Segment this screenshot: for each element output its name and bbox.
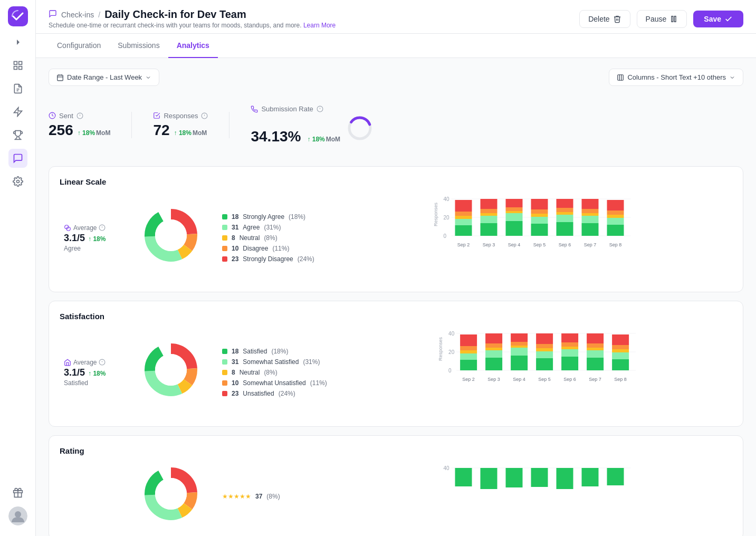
linear-scale-average: Average 3.1/5 ↑ 18% Agree [64, 224, 117, 252]
svg-rect-166 [607, 468, 624, 485]
svg-rect-124 [511, 346, 528, 348]
svg-rect-165 [582, 468, 599, 486]
svg-rect-131 [536, 344, 553, 348]
sidebar-item-grid[interactable] [8, 56, 27, 75]
page-title: Daily Check-in for Dev Team [104, 8, 246, 21]
svg-rect-135 [561, 349, 578, 357]
tab-configuration[interactable]: Configuration [49, 34, 109, 58]
columns-filter[interactable]: Columns - Short Text +10 others [609, 69, 743, 86]
svg-rect-112 [460, 350, 477, 353]
sidebar-item-trophy[interactable] [8, 126, 27, 145]
satisfaction-section: Satisfaction Average 3.1/5 ↑ 18% Satisfi… [49, 301, 743, 427]
breadcrumb-link[interactable]: Check-ins [61, 11, 94, 19]
sidebar-toggle[interactable] [11, 35, 25, 50]
svg-rect-150 [612, 334, 629, 345]
svg-text:Responses: Responses [438, 337, 443, 361]
svg-rect-161 [481, 468, 497, 489]
svg-rect-83 [582, 216, 599, 223]
linear-scale-legend: 18 Strongly Agree (18%) 31 Agree (31%) 8… [222, 213, 317, 263]
sidebar-item-settings[interactable] [8, 172, 27, 191]
svg-rect-67 [506, 207, 523, 211]
svg-rect-138 [561, 333, 578, 342]
svg-rect-19 [618, 74, 624, 80]
svg-text:Sep 7: Sep 7 [589, 377, 601, 382]
svg-text:Responses: Responses [433, 202, 438, 226]
svg-rect-162 [506, 468, 523, 487]
svg-text:20: 20 [444, 215, 450, 221]
sidebar-item-checkins[interactable] [8, 149, 27, 168]
sidebar-item-lightning[interactable] [8, 102, 27, 121]
svg-rect-137 [561, 342, 578, 347]
svg-rect-164 [557, 468, 573, 489]
svg-rect-64 [506, 221, 523, 236]
svg-rect-132 [536, 333, 553, 344]
svg-text:Sep 8: Sep 8 [614, 377, 627, 382]
checkins-icon [49, 9, 57, 20]
svg-rect-91 [607, 210, 624, 215]
svg-text:Sep 3: Sep 3 [487, 377, 500, 382]
svg-rect-116 [485, 358, 502, 370]
svg-rect-111 [460, 353, 477, 360]
svg-rect-142 [587, 348, 604, 350]
svg-rect-123 [511, 348, 528, 356]
user-avatar[interactable] [8, 506, 27, 525]
stat-submission-rate: Submission Rate 34.13% ↑ 18% MoM [251, 105, 373, 145]
svg-rect-61 [481, 209, 497, 213]
analytics-content: Date Range - Last Week Columns - Short T… [36, 58, 756, 536]
svg-rect-1 [14, 62, 17, 65]
svg-text:20: 20 [448, 349, 455, 355]
stats-row: Sent 256 ↑ 18% MoM Responses [49, 97, 743, 154]
svg-rect-140 [587, 358, 604, 370]
delete-button[interactable]: Delete [579, 10, 630, 28]
svg-rect-122 [511, 356, 528, 370]
svg-rect-149 [612, 345, 629, 349]
svg-rect-13 [672, 16, 673, 22]
svg-rect-70 [531, 224, 548, 236]
svg-rect-14 [675, 16, 676, 22]
svg-rect-136 [561, 347, 578, 349]
svg-rect-76 [557, 222, 573, 236]
svg-point-44 [155, 219, 187, 251]
svg-rect-2 [18, 62, 22, 65]
satisfaction-average: Average 3.1/5 ↑ 18% Satisfied [64, 359, 117, 387]
svg-point-102 [155, 354, 187, 386]
pause-button[interactable]: Pause [637, 10, 687, 28]
date-range-filter[interactable]: Date Range - Last Week [49, 69, 159, 86]
stat-responses: Responses 72 ↑ 18% MoM [153, 112, 208, 139]
sidebar [0, 0, 36, 536]
tab-analytics[interactable]: Analytics [168, 34, 218, 58]
svg-rect-78 [557, 212, 573, 215]
tab-submissions[interactable]: Submissions [109, 34, 168, 58]
rating-bar-chart: 40 [334, 464, 732, 529]
svg-rect-15 [58, 75, 63, 81]
svg-text:Sep 5: Sep 5 [533, 242, 546, 247]
filters-row: Date Range - Last Week Columns - Short T… [49, 69, 743, 86]
learn-more-link[interactable]: Learn More [303, 22, 336, 29]
svg-rect-147 [612, 352, 629, 359]
svg-rect-4 [18, 66, 22, 70]
svg-rect-113 [460, 346, 477, 350]
rating-donut [142, 465, 205, 528]
svg-text:Sep 4: Sep 4 [513, 377, 525, 382]
linear-scale-section: Linear Scale Average 3.1/5 ↑ 18% Agree [49, 166, 743, 292]
svg-rect-82 [582, 223, 599, 236]
svg-text:Sep 2: Sep 2 [462, 377, 475, 382]
save-button[interactable]: Save [693, 11, 743, 27]
tabs-bar: Configuration Submissions Analytics [36, 34, 756, 58]
header-subtitle: Schedule one-time or recurrant check-ins… [49, 22, 336, 29]
sidebar-item-gift[interactable] [8, 483, 27, 502]
stat-divider-2 [229, 112, 229, 138]
svg-rect-117 [485, 350, 502, 358]
svg-rect-86 [582, 199, 599, 209]
columns-label: Columns - Short Text +10 others [627, 73, 726, 81]
svg-rect-55 [455, 212, 472, 216]
linear-scale-bar-chart: 40 20 0 Responses [334, 195, 732, 281]
svg-rect-80 [557, 199, 573, 208]
svg-rect-141 [587, 350, 604, 358]
svg-text:Sep 2: Sep 2 [457, 242, 470, 247]
header-left: Check-ins / Daily Check-in for Dev Team … [49, 8, 336, 29]
svg-text:40: 40 [444, 196, 450, 202]
svg-rect-160 [455, 468, 472, 486]
svg-text:Sep 7: Sep 7 [584, 242, 597, 247]
sidebar-item-document[interactable] [8, 79, 27, 98]
